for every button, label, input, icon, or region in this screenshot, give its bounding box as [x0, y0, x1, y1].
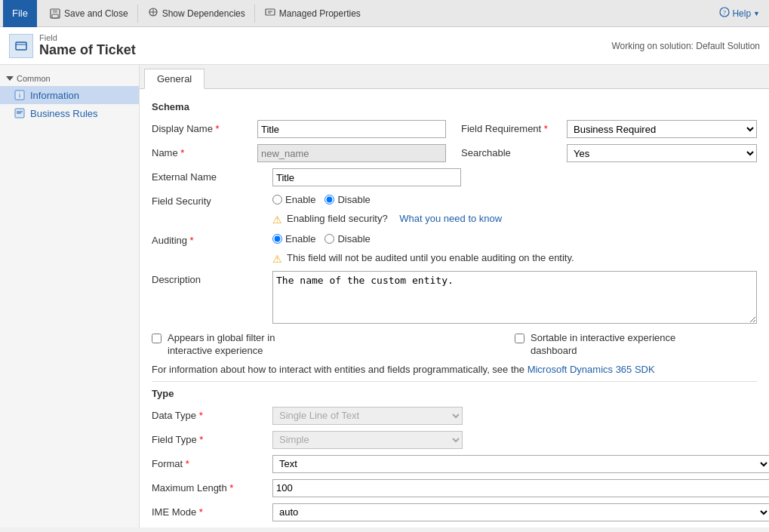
save-icon — [49, 8, 61, 20]
description-area: The name of the custom entity. — [272, 271, 757, 326]
form-content: Schema Display Name * Field Requirement … — [140, 89, 769, 527]
format-select[interactable]: Text Email URL Ticker Symbol Phone — [272, 455, 769, 473]
header: Field Name of Ticket Working on solution… — [0, 27, 769, 65]
field-type-label: Field Type * — [152, 431, 272, 445]
field-security-enable-radio[interactable] — [272, 195, 282, 204]
external-name-input[interactable] — [272, 168, 461, 186]
auditing-label: Auditing * — [152, 232, 272, 246]
auditing-warning-row: ⚠ This field will not be audited until y… — [272, 252, 757, 265]
props-icon — [264, 6, 276, 20]
type-divider — [152, 381, 757, 382]
help-button[interactable]: ? Help ▼ — [713, 4, 766, 23]
display-name-required: * — [213, 123, 220, 134]
save-close-button[interactable]: Save and Close — [43, 5, 134, 23]
field-req-required: * — [541, 123, 548, 134]
appears-global-filter-checkbox[interactable] — [152, 334, 161, 343]
name-input[interactable] — [257, 144, 446, 162]
row-checkboxes: Appears in global filter in interactive … — [152, 332, 757, 358]
field-type-required: * — [197, 434, 204, 445]
managed-props-label: Managed Properties — [279, 8, 361, 19]
warning-icon: ⚠ — [272, 214, 282, 226]
format-label: Format * — [152, 455, 272, 469]
max-length-input[interactable] — [272, 479, 769, 497]
show-deps-button[interactable]: Show Dependencies — [141, 3, 251, 23]
rules-item-icon — [14, 107, 26, 119]
auditing-enable-option[interactable]: Enable — [272, 233, 315, 244]
header-title-block: Field Name of Ticket — [39, 33, 136, 58]
field-icon — [9, 34, 33, 58]
auditing-disable-option[interactable]: Disable — [325, 233, 370, 244]
row-display-name: Display Name * Field Requirement * No Co… — [152, 120, 757, 138]
field-requirement-label: Field Requirement * — [461, 120, 567, 134]
sdk-info-row: For information about how to interact wi… — [152, 364, 757, 375]
external-name-area — [272, 168, 757, 186]
auditing-enable-label: Enable — [285, 233, 315, 244]
external-name-label: External Name — [152, 168, 272, 183]
deps-icon — [147, 6, 159, 20]
svg-rect-1 — [53, 9, 57, 13]
checkbox-col-appears: Appears in global filter in interactive … — [152, 332, 394, 358]
field-requirement-select[interactable]: No Constraint Business Recommended Busin… — [567, 120, 757, 138]
help-label: Help — [732, 8, 751, 19]
warning-link[interactable]: What you need to know — [399, 213, 502, 224]
tab-general[interactable]: General — [144, 69, 205, 89]
ime-mode-label: IME Mode * — [152, 503, 272, 518]
auditing-area: Enable Disable — [272, 232, 757, 244]
working-solution: Working on solution: Default Solution — [611, 41, 760, 51]
sortable-checkbox[interactable] — [515, 334, 524, 343]
data-type-required: * — [196, 410, 203, 421]
searchable-select[interactable]: Yes No — [567, 144, 757, 162]
name-label: Name * — [152, 144, 257, 158]
field-security-enable-option[interactable]: Enable — [272, 194, 315, 205]
field-label: Field — [39, 33, 136, 42]
col-display-name: Display Name * — [152, 120, 446, 138]
field-type-select[interactable]: Simple Calculated Rollup — [272, 431, 463, 449]
row-format: Format * Text Email URL Ticker Symbol Ph… — [152, 455, 757, 473]
field-security-disable-option[interactable]: Disable — [325, 194, 370, 205]
sidebar: Common i Information Business Rules — [0, 65, 140, 527]
expand-icon — [6, 76, 14, 81]
managed-props-button[interactable]: Managed Properties — [258, 3, 367, 23]
auditing-disable-radio[interactable] — [325, 234, 334, 244]
description-textarea[interactable]: The name of the custom entity. — [272, 271, 757, 324]
row-field-type: Field Type * Simple Calculated Rollup — [152, 431, 757, 449]
checkbox-col-sortable: Sortable in interactive experience dashb… — [515, 332, 757, 358]
sidebar-group-common: Common — [0, 71, 139, 86]
warning-text: Enabling field security? — [287, 213, 388, 224]
field-security-enable-label: Enable — [285, 194, 315, 205]
format-area: Text Email URL Ticker Symbol Phone — [272, 455, 769, 473]
auditing-enable-radio[interactable] — [272, 234, 282, 244]
max-length-area — [272, 479, 769, 497]
separator-1 — [137, 5, 138, 23]
auditing-disable-label: Disable — [337, 233, 370, 244]
svg-text:?: ? — [723, 9, 726, 17]
sidebar-item-information-label: Information — [30, 90, 79, 101]
col-searchable: Searchable Yes No — [461, 144, 757, 162]
help-icon: ? — [719, 7, 730, 20]
field-security-disable-radio[interactable] — [325, 195, 334, 204]
name-required: * — [178, 147, 185, 158]
ime-mode-select[interactable]: auto active inactive disabled — [272, 503, 769, 521]
description-label: Description — [152, 271, 272, 285]
sidebar-item-business-rules[interactable]: Business Rules — [0, 104, 139, 122]
row-description: Description The name of the custom entit… — [152, 271, 757, 326]
tab-bar: General — [140, 65, 769, 89]
field-security-warning: ⚠ Enabling field security? What you need… — [272, 213, 757, 226]
appears-global-filter-label: Appears in global filter in interactive … — [168, 332, 318, 358]
sdk-link[interactable]: Microsoft Dynamics 365 SDK — [528, 364, 655, 375]
separator-2 — [254, 5, 255, 23]
svg-rect-11 — [16, 42, 26, 50]
sidebar-item-information[interactable]: i Information — [0, 86, 139, 104]
svg-rect-6 — [266, 9, 275, 15]
max-length-label: Maximum Length * — [152, 479, 272, 494]
toolbar: File Save and Close Show Dependencies Ma… — [0, 0, 769, 27]
row-ime-mode: IME Mode * auto active inactive disabled — [152, 503, 757, 521]
display-name-input[interactable] — [257, 120, 446, 138]
max-length-required: * — [227, 482, 234, 494]
file-button[interactable]: File — [3, 0, 37, 27]
row-field-security: Field Security Enable Disable — [152, 192, 757, 207]
data-type-select[interactable]: Single Line of Text — [272, 407, 463, 425]
auditing-radio-group: Enable Disable — [272, 232, 757, 244]
page-title: Name of Ticket — [39, 42, 136, 58]
svg-rect-2 — [52, 14, 58, 18]
